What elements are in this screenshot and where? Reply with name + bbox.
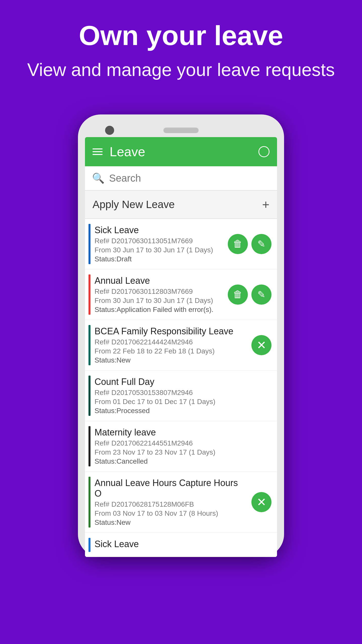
leave-content: Maternity leaveRef# D20170622144551M2946… (90, 426, 277, 466)
search-bar: 🔍 (85, 166, 277, 191)
phone-speaker (163, 128, 199, 133)
leave-status: Status:Processed (95, 407, 272, 415)
leave-actions: ✕ (251, 325, 277, 365)
page-subtitle: View and manage your leave requests (27, 58, 335, 82)
leave-status: Status:New (95, 518, 246, 527)
leave-dates: From 30 Jun 17 to 30 Jun 17 (1 Days) (95, 297, 223, 305)
leave-ref: Ref# D20170622144424M2946 (95, 338, 246, 346)
leave-item[interactable]: Annual Leave Hours Capture Hours ORef# D… (85, 472, 277, 533)
leave-color-bar (88, 426, 90, 466)
leave-item[interactable]: Sick LeaveRef# D20170630113051M7669From … (85, 219, 277, 269)
phone-shell: Leave 🔍 Apply New Leave + Sick LeaveRef#… (78, 114, 284, 557)
leave-status: Status:Application Failed with error(s). (95, 306, 223, 314)
menu-icon[interactable] (93, 148, 103, 155)
leave-content: Annual Leave Hours Capture Hours ORef# D… (90, 477, 251, 528)
app-title: Leave (110, 144, 145, 159)
leave-item[interactable]: Maternity leaveRef# D20170622144551M2946… (85, 421, 277, 472)
search-input[interactable] (109, 173, 270, 184)
search-icon: 🔍 (92, 172, 105, 184)
leave-color-bar (88, 477, 90, 528)
phone-screen: Leave 🔍 Apply New Leave + Sick LeaveRef#… (85, 137, 277, 557)
leave-color-bar (88, 538, 90, 552)
leave-dates: From 03 Nov 17 to 03 Nov 17 (8 Hours) (95, 509, 246, 517)
leave-item[interactable]: Annual LeaveRef# D20170630112803M7669Fro… (85, 269, 277, 320)
leave-dates: From 01 Dec 17 to 01 Dec 17 (1 Days) (95, 398, 272, 406)
close-leave-button[interactable]: ✕ (251, 335, 272, 355)
leave-actions: ✕ (251, 477, 277, 528)
leave-ref: Ref# D20170628175128M06FB (95, 500, 246, 508)
delete-leave-button[interactable]: 🗑 (228, 234, 248, 254)
apply-leave-row[interactable]: Apply New Leave + (85, 191, 277, 219)
edit-leave-button[interactable]: ✎ (251, 285, 272, 305)
leave-ref: Ref# D20170622144551M2946 (95, 439, 272, 447)
edit-leave-button[interactable]: ✎ (251, 234, 272, 254)
phone-top-bar (85, 122, 277, 137)
leave-name: Maternity leave (95, 427, 272, 438)
leave-content: Count Full DayRef# D20170530153807M2946F… (90, 376, 277, 416)
delete-leave-button[interactable]: 🗑 (228, 285, 248, 305)
leave-status: Status:Draft (95, 255, 223, 263)
add-leave-icon[interactable]: + (262, 197, 269, 212)
leave-list: Sick LeaveRef# D20170630113051M7669From … (85, 219, 277, 557)
leave-item[interactable]: Count Full DayRef# D20170530153807M2946F… (85, 371, 277, 421)
leave-name: Annual Leave Hours Capture Hours O (95, 478, 246, 499)
leave-dates: From 22 Feb 18 to 22 Feb 18 (1 Days) (95, 347, 246, 355)
leave-dates: From 30 Jun 17 to 30 Jun 17 (1 Days) (95, 246, 223, 254)
leave-content: Sick Leave (90, 538, 277, 552)
leave-ref: Ref# D20170530153807M2946 (95, 389, 272, 397)
leave-status: Status:New (95, 356, 246, 364)
leave-status: Status:Cancelled (95, 457, 272, 465)
leave-actions: 🗑✎ (228, 274, 277, 315)
leave-content: BCEA Family Responsibility LeaveRef# D20… (90, 325, 251, 365)
page-title: Own your leave (27, 20, 335, 51)
leave-actions: 🗑✎ (228, 224, 277, 264)
leave-item[interactable]: Sick Leave (85, 533, 277, 557)
leave-name: Annual Leave (95, 275, 223, 286)
leave-item[interactable]: BCEA Family Responsibility LeaveRef# D20… (85, 320, 277, 371)
leave-color-bar (88, 274, 90, 315)
leave-ref: Ref# D20170630112803M7669 (95, 288, 223, 296)
leave-name: Sick Leave (95, 539, 272, 549)
leave-color-bar (88, 376, 90, 416)
apply-leave-label: Apply New Leave (93, 198, 175, 211)
app-bar: Leave (85, 137, 277, 166)
leave-content: Annual LeaveRef# D20170630112803M7669Fro… (90, 274, 228, 315)
leave-color-bar (88, 325, 90, 365)
leave-name: BCEA Family Responsibility Leave (95, 326, 246, 337)
phone-camera (105, 126, 114, 135)
leave-name: Sick Leave (95, 225, 223, 235)
leave-ref: Ref# D20170630113051M7669 (95, 237, 223, 245)
close-leave-button[interactable]: ✕ (251, 492, 272, 512)
leave-name: Count Full Day (95, 377, 272, 387)
profile-icon[interactable] (258, 146, 269, 157)
leave-dates: From 23 Nov 17 to 23 Nov 17 (1 Days) (95, 448, 272, 456)
leave-color-bar (88, 224, 90, 264)
leave-content: Sick LeaveRef# D20170630113051M7669From … (90, 224, 228, 264)
